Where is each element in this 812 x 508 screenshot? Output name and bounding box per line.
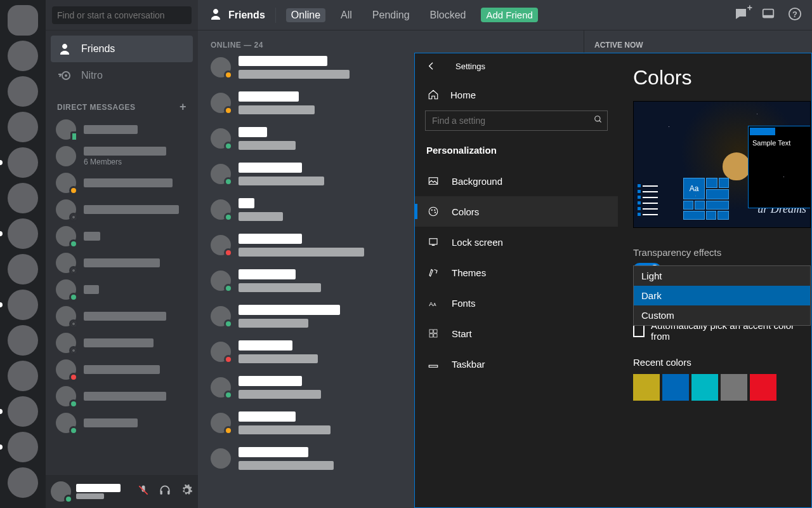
recent-color-swatches <box>633 374 796 401</box>
svg-rect-14 <box>429 239 437 244</box>
inbox-icon[interactable] <box>761 7 775 23</box>
dm-avatar <box>56 173 76 193</box>
windows-settings-window: Settings Home Personalization Background… <box>414 53 812 508</box>
dm-avatar <box>56 226 76 246</box>
color-swatch[interactable] <box>662 374 689 401</box>
tab-pending[interactable]: Pending <box>367 8 415 22</box>
server-icon[interactable] <box>8 183 38 213</box>
nav-home[interactable]: Home <box>415 79 618 110</box>
dm-item[interactable] <box>51 356 193 383</box>
dropdown-option-light[interactable]: Light <box>634 266 810 286</box>
server-icon[interactable] <box>8 325 38 356</box>
color-swatch[interactable] <box>633 374 660 401</box>
category-label: Personalization <box>415 140 618 166</box>
nitro-icon <box>57 68 72 83</box>
friends-icon <box>208 6 223 24</box>
friends-icon <box>57 41 72 57</box>
dm-subtext: 6 Members <box>84 157 166 166</box>
color-preview: ur Dreams Aa Sample Text <box>633 101 811 228</box>
svg-rect-3 <box>167 491 169 495</box>
dm-item[interactable]: 6 Members <box>51 143 193 170</box>
friend-avatar <box>211 235 231 255</box>
new-group-dm-icon[interactable]: + <box>733 6 749 24</box>
svg-rect-2 <box>160 491 162 495</box>
server-icon[interactable] <box>8 254 38 284</box>
create-dm-button[interactable]: + <box>180 100 187 114</box>
dm-item[interactable] <box>51 250 193 276</box>
color-swatch[interactable] <box>750 374 776 401</box>
nav-nitro[interactable]: Nitro <box>51 62 193 89</box>
nav-colors[interactable]: Colors <box>415 196 618 227</box>
add-friend-button[interactable]: Add Friend <box>481 8 537 22</box>
server-icon[interactable] <box>8 112 38 142</box>
dropdown-option-dark[interactable]: Dark <box>634 286 810 305</box>
deafen-icon[interactable] <box>159 484 171 499</box>
server-icon[interactable] <box>8 290 38 320</box>
server-icon[interactable] <box>8 361 38 391</box>
nav-start[interactable]: Start <box>415 318 618 349</box>
server-icon[interactable] <box>8 147 38 178</box>
friend-avatar <box>211 57 231 77</box>
dm-item[interactable] <box>51 116 193 143</box>
settings-search-input[interactable] <box>425 110 608 131</box>
dm-item[interactable] <box>51 410 193 436</box>
tab-online[interactable]: Online <box>286 8 325 22</box>
server-icon[interactable] <box>8 218 38 249</box>
tab-all[interactable]: All <box>336 8 357 22</box>
divider <box>275 8 276 23</box>
transparency-label: Transparency effects <box>633 247 796 258</box>
dm-item[interactable] <box>51 330 193 356</box>
svg-rect-20 <box>429 334 433 337</box>
server-icon[interactable] <box>8 432 38 462</box>
mute-icon[interactable] <box>137 484 150 499</box>
friend-avatar <box>211 342 231 362</box>
color-mode-dropdown[interactable]: Light Dark Custom <box>633 265 811 326</box>
dm-item[interactable] <box>51 276 193 303</box>
self-avatar[interactable] <box>51 481 71 502</box>
dm-avatar <box>56 253 76 273</box>
dm-item[interactable] <box>51 170 193 196</box>
friend-avatar <box>211 128 231 149</box>
nav-fonts[interactable]: AAFonts <box>415 288 618 318</box>
tab-blocked[interactable]: Blocked <box>425 8 471 22</box>
dropdown-option-custom[interactable]: Custom <box>634 305 810 325</box>
nav-nitro-label: Nitro <box>81 70 103 81</box>
svg-text:?: ? <box>792 9 797 18</box>
server-icon[interactable] <box>8 467 38 498</box>
home-server[interactable] <box>8 5 38 36</box>
auto-accent-checkbox[interactable] <box>633 324 645 337</box>
dm-item[interactable] <box>51 196 193 223</box>
server-icon[interactable] <box>8 41 38 71</box>
server-icon[interactable] <box>8 396 38 427</box>
svg-point-10 <box>429 207 438 216</box>
server-icon[interactable] <box>8 76 38 107</box>
nav-lockscreen[interactable]: Lock screen <box>415 227 618 257</box>
user-settings-icon[interactable] <box>180 484 193 499</box>
nav-background[interactable]: Background <box>415 166 618 196</box>
friend-avatar <box>211 448 231 469</box>
back-button[interactable] <box>425 60 438 72</box>
nav-taskbar[interactable]: Taskbar <box>415 349 618 379</box>
dm-avatar <box>56 359 76 380</box>
dm-avatar <box>56 146 76 166</box>
dm-avatar <box>56 199 76 220</box>
svg-text:A: A <box>429 300 433 307</box>
dm-item[interactable] <box>51 303 193 330</box>
dm-item[interactable] <box>51 383 193 410</box>
page-title: Colors <box>633 66 796 90</box>
user-panel <box>46 475 198 508</box>
active-now-label: ACTIVE NOW <box>594 41 802 50</box>
topbar: Friends Online All Pending Blocked Add F… <box>198 0 812 30</box>
nav-themes[interactable]: Themes <box>415 257 618 288</box>
color-swatch[interactable] <box>721 374 747 401</box>
svg-point-8 <box>595 116 600 121</box>
help-icon[interactable]: ? <box>788 7 802 23</box>
settings-label: Settings <box>455 62 485 71</box>
home-icon <box>428 89 439 100</box>
conversation-search-input[interactable] <box>52 6 192 24</box>
dm-sidebar: Friends Nitro DIRECT MESSAGES + 6 Member… <box>46 0 198 508</box>
nav-friends[interactable]: Friends <box>51 36 193 62</box>
friend-avatar <box>211 164 231 184</box>
dm-item[interactable] <box>51 223 193 250</box>
color-swatch[interactable] <box>691 374 718 401</box>
